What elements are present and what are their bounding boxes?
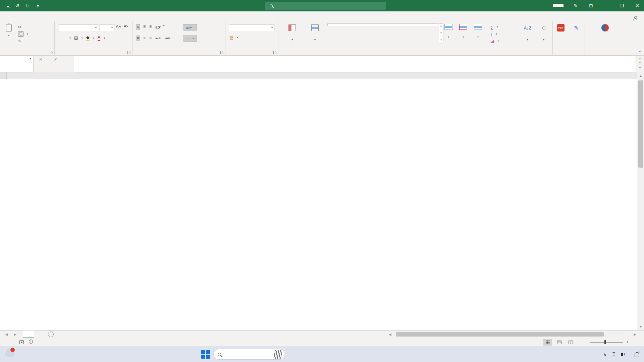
wps-create-pdf-button[interactable]: PDF: [553, 23, 568, 37]
taskbar: ∧: [0, 346, 644, 362]
format-as-table-button[interactable]: ▾: [305, 23, 325, 41]
new-sheet-button[interactable]: [48, 331, 54, 337]
top-align-icon[interactable]: ≡: [136, 24, 140, 30]
zoom-in-icon[interactable]: +: [626, 339, 629, 345]
horizontal-scroll-thumb[interactable]: [396, 332, 604, 337]
vertical-align-buttons[interactable]: ≡ ≡ ≡ ab̷▾: [136, 24, 164, 30]
number-dialog-launcher[interactable]: ↘: [273, 51, 277, 54]
zoom-slider-thumb[interactable]: [604, 340, 606, 344]
undo-icon[interactable]: ↺▾: [13, 1, 22, 10]
font-dialog-launcher[interactable]: ↘: [127, 51, 131, 54]
titlebar-search-input[interactable]: [265, 2, 386, 10]
restore-button[interactable]: ❐: [615, 0, 629, 11]
clear-button[interactable]: ◪▾: [490, 38, 499, 45]
title-bar: ↺▾ ↻▾ ▾ ✎ ⊡ ─ ❐ ✕: [0, 0, 644, 11]
align-center-icon[interactable]: ≡: [143, 36, 146, 41]
sheet-nav-left-icon[interactable]: ◀: [3, 330, 10, 338]
borders-icon[interactable]: ⊞: [74, 35, 78, 41]
zoom-slider[interactable]: [590, 342, 623, 343]
status-bar: − +: [0, 338, 644, 346]
page-break-view-icon[interactable]: [566, 339, 575, 346]
start-button[interactable]: [201, 350, 210, 359]
merge-center-button[interactable]: ⇔▾: [183, 35, 197, 42]
increase-indent-icon[interactable]: ⇥≡: [164, 36, 171, 41]
alignment-dialog-launcher[interactable]: ↘: [220, 51, 224, 54]
clipboard-dialog-launcher[interactable]: ↘: [50, 51, 53, 54]
tray-chevron-up-icon[interactable]: ∧: [603, 352, 606, 357]
cut-button[interactable]: ✂: [18, 23, 28, 31]
page-layout-view-icon[interactable]: [555, 339, 564, 346]
person-icon: [633, 16, 637, 20]
hscroll-left-icon[interactable]: ◀: [386, 330, 394, 338]
find-select-button[interactable]: ▾: [536, 23, 551, 41]
orientation-icon[interactable]: ab̷: [155, 24, 160, 30]
name-box[interactable]: ▾: [0, 56, 34, 72]
ribbon-display-options-icon[interactable]: ⊡: [584, 0, 598, 11]
vertical-scroll-thumb[interactable]: [638, 80, 643, 168]
wifi-icon[interactable]: [611, 352, 616, 356]
format-painter-icon: ✎: [18, 39, 21, 44]
formula-input[interactable]: [74, 56, 636, 72]
delete-cells-button[interactable]: ▾: [456, 23, 470, 39]
grow-font-icon[interactable]: A˄: [116, 24, 121, 29]
taskbar-search-input[interactable]: [213, 349, 285, 360]
format-cells-button[interactable]: ▾: [471, 23, 485, 39]
zoom-out-icon[interactable]: −: [583, 339, 586, 345]
format-icon: [474, 24, 482, 30]
font-size-select[interactable]: ▾: [100, 24, 114, 31]
notification-bell-icon[interactable]: [635, 352, 639, 357]
weather-widget[interactable]: [5, 348, 17, 357]
sheet-tab[interactable]: [23, 330, 34, 338]
save-icon[interactable]: [3, 1, 12, 10]
font-group: ▾ ▾ A˄ A˅ ▾ ⊞▾ ◆▾ A▾ ↘: [55, 21, 132, 55]
fill-button[interactable]: ↓▾: [490, 31, 499, 38]
number-group: ▾ ▤▾ ↘: [225, 21, 278, 55]
customize-qat-icon[interactable]: ▾: [34, 1, 42, 10]
decrease-indent-icon[interactable]: ⇤≡: [155, 36, 161, 41]
insert-cells-button[interactable]: ▾: [441, 23, 455, 39]
vertical-scrollbar[interactable]: ▲ ▼: [637, 72, 644, 330]
align-left-icon[interactable]: ≡: [136, 36, 140, 41]
hscroll-right-icon[interactable]: ▶: [631, 330, 639, 338]
format-painter-button[interactable]: ✎: [18, 38, 28, 45]
macro-record-icon[interactable]: [19, 340, 24, 344]
font-family-select[interactable]: ▾: [59, 24, 98, 31]
redo-icon[interactable]: ↻▾: [23, 1, 32, 10]
fill-color-icon[interactable]: ◆: [86, 35, 90, 41]
paste-button[interactable]: ▾: [1, 23, 16, 37]
horizontal-scrollbar[interactable]: [395, 332, 630, 337]
sign-in-button[interactable]: [553, 4, 564, 7]
collapse-ribbon-icon[interactable]: ⌃: [639, 50, 641, 54]
scissors-icon: ✂: [18, 25, 21, 29]
autosum-button[interactable]: ∑▾: [490, 23, 499, 31]
acrobat-create-pdf-button[interactable]: [597, 23, 613, 37]
close-button[interactable]: ✕: [631, 0, 644, 11]
shrink-font-icon[interactable]: A˅: [124, 24, 128, 28]
scroll-up-icon[interactable]: ▲: [637, 72, 644, 79]
select-all-corner[interactable]: [0, 72, 7, 79]
cell-styles-gallery: [327, 23, 438, 26]
scroll-down-icon[interactable]: ▼: [637, 323, 644, 330]
wps-sign-button[interactable]: ✎: [569, 23, 584, 33]
align-right-icon[interactable]: ≡: [149, 36, 152, 41]
sort-filter-button[interactable]: A↓Z ▾: [520, 23, 535, 41]
minimize-button[interactable]: ─: [600, 0, 613, 11]
bottom-align-icon[interactable]: ≡: [149, 24, 152, 30]
accessibility-status[interactable]: [29, 340, 35, 344]
number-format-select[interactable]: ▾: [229, 24, 274, 31]
enter-icon[interactable]: ✓: [54, 57, 57, 62]
normal-view-icon[interactable]: [543, 339, 552, 346]
coming-soon-icon[interactable]: ✎: [569, 0, 582, 11]
accounting-format-icon[interactable]: ▤: [229, 35, 233, 40]
copy-button[interactable]: ❏▾: [18, 31, 28, 38]
volume-icon[interactable]: [621, 353, 623, 356]
font-color-icon[interactable]: A: [98, 35, 101, 41]
share-button[interactable]: [633, 16, 639, 20]
search-icon: [218, 353, 221, 356]
formula-bar-expand[interactable]: ▲▼⌄: [636, 56, 644, 72]
middle-align-icon[interactable]: ≡: [143, 24, 146, 30]
conditional-formatting-button[interactable]: ▾: [281, 23, 303, 41]
sheet-nav-right-icon[interactable]: ▶: [11, 330, 19, 338]
wrap-text-button[interactable]: ab↩: [183, 24, 197, 31]
cancel-icon[interactable]: ✕: [39, 57, 43, 62]
